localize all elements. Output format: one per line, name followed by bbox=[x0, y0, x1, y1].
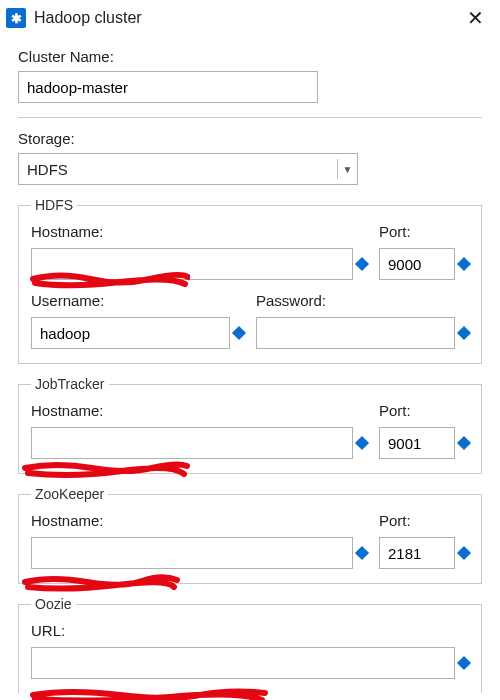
assist-icon[interactable] bbox=[457, 436, 471, 450]
hdfs-hostname-input[interactable] bbox=[31, 248, 353, 280]
jobtracker-group: JobTracker Hostname: Port: bbox=[18, 376, 482, 474]
assist-icon[interactable] bbox=[457, 326, 471, 340]
storage-label: Storage: bbox=[18, 130, 482, 147]
oozie-url-label: URL: bbox=[31, 622, 469, 639]
assist-icon[interactable] bbox=[355, 436, 369, 450]
cluster-name-label: Cluster Name: bbox=[18, 48, 482, 65]
assist-icon[interactable] bbox=[355, 546, 369, 560]
hdfs-username-input[interactable] bbox=[31, 317, 230, 349]
assist-icon[interactable] bbox=[457, 546, 471, 560]
storage-select[interactable]: HDFS ▼ bbox=[18, 153, 358, 185]
hdfs-hostname-label: Hostname: bbox=[31, 223, 367, 240]
zookeeper-hostname-input[interactable] bbox=[31, 537, 353, 569]
jobtracker-hostname-label: Hostname: bbox=[31, 402, 367, 419]
hdfs-port-input[interactable] bbox=[379, 248, 455, 280]
zookeeper-port-label: Port: bbox=[379, 512, 469, 529]
chevron-down-icon: ▼ bbox=[337, 159, 357, 179]
hdfs-password-input[interactable] bbox=[256, 317, 455, 349]
assist-icon[interactable] bbox=[232, 326, 246, 340]
zookeeper-hostname-label: Hostname: bbox=[31, 512, 367, 529]
assist-icon[interactable] bbox=[457, 257, 471, 271]
hdfs-port-label: Port: bbox=[379, 223, 469, 240]
close-button[interactable]: ✕ bbox=[461, 6, 490, 30]
jobtracker-port-label: Port: bbox=[379, 402, 469, 419]
zookeeper-group: ZooKeeper Hostname: Port: bbox=[18, 486, 482, 584]
jobtracker-legend: JobTracker bbox=[31, 376, 109, 392]
window-title: Hadoop cluster bbox=[34, 9, 453, 27]
cluster-name-input[interactable] bbox=[18, 71, 318, 103]
assist-icon[interactable] bbox=[457, 656, 471, 670]
jobtracker-port-input[interactable] bbox=[379, 427, 455, 459]
oozie-legend: Oozie bbox=[31, 596, 76, 612]
hdfs-password-label: Password: bbox=[256, 292, 469, 309]
oozie-group: Oozie URL: bbox=[18, 596, 482, 693]
assist-icon[interactable] bbox=[355, 257, 369, 271]
jobtracker-hostname-input[interactable] bbox=[31, 427, 353, 459]
divider-1 bbox=[18, 117, 482, 118]
hadoop-icon: ✱ bbox=[6, 8, 26, 28]
hdfs-legend: HDFS bbox=[31, 197, 77, 213]
titlebar: ✱ Hadoop cluster ✕ bbox=[0, 0, 500, 34]
oozie-url-input[interactable] bbox=[31, 647, 455, 679]
hdfs-username-label: Username: bbox=[31, 292, 244, 309]
zookeeper-legend: ZooKeeper bbox=[31, 486, 108, 502]
zookeeper-port-input[interactable] bbox=[379, 537, 455, 569]
storage-value: HDFS bbox=[27, 161, 68, 178]
hdfs-group: HDFS Hostname: Port: Username: bbox=[18, 197, 482, 364]
